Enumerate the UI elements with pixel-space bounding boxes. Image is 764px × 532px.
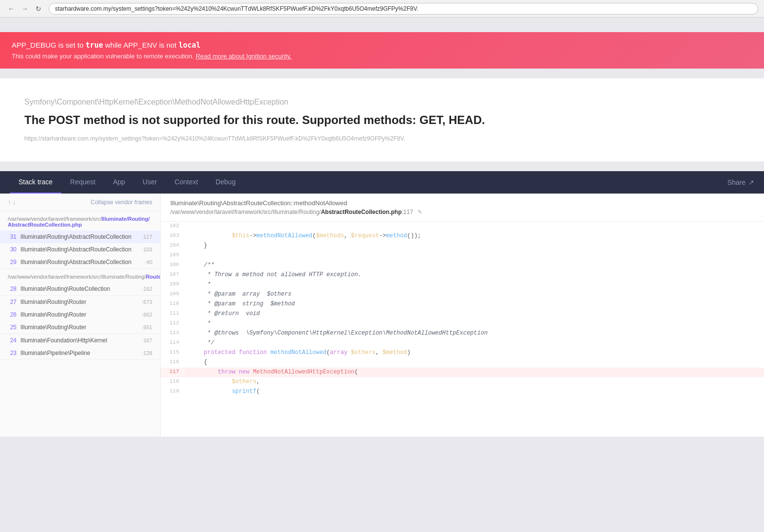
browser-bar: ← → ↻ starhardware.com.my/system_setting… (0, 0, 764, 18)
frame-line-29: :40 (145, 259, 152, 265)
line-content-117: throw new MethodNotAllowedHttpException( (185, 368, 764, 376)
warning-link[interactable]: Read more about Ignition security. (196, 53, 291, 60)
line-num-118: 118 (161, 377, 185, 385)
line-content-113: * @throws \Symfony\Component\HttpKernel\… (185, 329, 764, 337)
tab-user[interactable]: User (134, 171, 166, 194)
file-list-panel: ↑ ↓ Collapse vendor frames /var/www/vend… (0, 194, 161, 437)
code-line-114: 114 */ (161, 338, 764, 348)
address-bar[interactable]: starhardware.com.my/system_settings?toke… (49, 3, 758, 15)
back-button[interactable]: ← (6, 3, 17, 14)
frame-class-29: Illuminate\Routing\AbstractRouteCollecti… (20, 259, 141, 266)
tab-request[interactable]: Request (61, 171, 104, 194)
frame-item-31[interactable]: 31 Illuminate\Routing\AbstractRouteColle… (0, 231, 160, 243)
line-num-114: 114 (161, 338, 185, 346)
warning-banner: APP_DEBUG is set to true while APP_ENV i… (0, 32, 764, 69)
collapse-vendor-button[interactable]: Collapse vendor frames (91, 199, 152, 206)
line-num-109: 109 (161, 290, 185, 298)
edit-icon[interactable]: ✎ (418, 209, 422, 215)
frame-item-23[interactable]: 23 Illuminate\Pipeline\Pipeline :128 (0, 347, 160, 359)
frame-line-25: :651 (142, 324, 152, 330)
frame-item-27[interactable]: 27 Illuminate\Routing\Router :673 (0, 296, 160, 308)
code-line-112: 112 * (161, 319, 764, 329)
active-file-group: /var/www/vendor/laravel/framework/src/Il… (0, 211, 160, 269)
frame-item-30[interactable]: 30 Illuminate\Routing\AbstractRouteColle… (0, 243, 160, 256)
warning-title: APP_DEBUG is set to true while APP_ENV i… (12, 41, 752, 50)
frame-num-23: 23 (5, 350, 17, 356)
frame-num-26: 26 (5, 311, 17, 318)
line-num-107: 107 (161, 270, 185, 278)
line-content-119: sprintf( (185, 387, 764, 396)
url-text: starhardware.com.my/system_settings?toke… (55, 5, 418, 12)
share-label: Share (728, 178, 746, 186)
routecollection-file-group: /var/www/vendor/laravel/framework/src/Il… (0, 269, 160, 296)
routecollection-file-path: /var/www/vendor/laravel/framework/src/Il… (0, 269, 160, 283)
frame-class-27: Illuminate\Routing\Router (20, 299, 138, 305)
line-num-119: 119 (161, 387, 185, 395)
error-namespace: Symfony\Component\HttpKernel\Exception\M… (24, 98, 740, 106)
frame-class-26: Illuminate\Routing\Router (20, 311, 138, 318)
line-content-106: /** (185, 261, 764, 269)
frame-item-26[interactable]: 26 Illuminate\Routing\Router :662 (0, 308, 160, 321)
sort-arrows[interactable]: ↑ ↓ (8, 198, 16, 206)
line-content-103: $this->methodNotAllowed($methods, $reque… (185, 231, 764, 240)
code-line-110: 110 * @param string $method (161, 300, 764, 309)
frame-item-29[interactable]: 29 Illuminate\Routing\AbstractRouteColle… (0, 256, 160, 268)
frame-num-27: 27 (5, 299, 17, 305)
code-location: Illuminate\Routing\AbstractRouteCollecti… (161, 194, 764, 222)
line-num-106: 106 (161, 261, 185, 268)
line-num-113: 113 (161, 329, 185, 337)
frame-item-25[interactable]: 25 Illuminate\Routing\Router :651 (0, 321, 160, 334)
code-line-104: 104 } (161, 241, 764, 251)
tab-app[interactable]: App (104, 171, 134, 194)
line-num-102: 102 (161, 222, 185, 230)
tabs-bar: Stack trace Request App User Context Deb… (0, 171, 764, 194)
share-button[interactable]: Share ↗ (728, 178, 754, 186)
code-file-path: /var/www/vendor/laravel/framework/src/Il… (170, 209, 754, 215)
line-num-116: 116 (161, 358, 185, 366)
line-content-107: * Throw a method not allowed HTTP except… (185, 270, 764, 279)
code-line-117: 117 throw new MethodNotAllowedHttpExcept… (161, 368, 764, 377)
stack-body: ↑ ↓ Collapse vendor frames /var/www/vend… (0, 194, 764, 437)
line-num-112: 112 (161, 319, 185, 327)
line-num-110: 110 (161, 300, 185, 307)
line-content-116: { (185, 358, 764, 367)
frame-item-24[interactable]: 24 Illuminate\Foundation\Http\Kernel :16… (0, 334, 160, 347)
line-content-105 (185, 251, 764, 260)
stack-panel: Stack trace Request App User Context Deb… (0, 171, 764, 437)
frame-num-25: 25 (5, 324, 17, 331)
line-content-102 (185, 222, 764, 231)
error-card: Symfony\Component\HttpKernel\Exception\M… (0, 78, 764, 161)
warning-local-value: local (179, 41, 200, 50)
code-line-118: 118 $others, (161, 377, 764, 387)
frame-class-25: Illuminate\Routing\Router (20, 324, 138, 331)
frame-num-29: 29 (5, 259, 17, 266)
line-num-108: 108 (161, 280, 185, 288)
frame-num-30: 30 (5, 246, 17, 253)
code-line-107: 107 * Throw a method not allowed HTTP ex… (161, 270, 764, 280)
line-num-105: 105 (161, 251, 185, 259)
frame-class-28: Illuminate\Routing\RouteCollection (20, 285, 138, 292)
code-line-113: 113 * @throws \Symfony\Component\HttpKer… (161, 329, 764, 338)
code-line-108: 108 * (161, 280, 764, 290)
line-num-117: 117 (161, 368, 185, 375)
page-content: APP_DEBUG is set to true while APP_ENV i… (0, 18, 764, 451)
error-message: The POST method is not supported for thi… (24, 112, 740, 127)
frame-class-23: Illuminate\Pipeline\Pipeline (20, 350, 138, 356)
file-list-header: ↑ ↓ Collapse vendor frames (0, 194, 160, 211)
line-content-108: * (185, 280, 764, 289)
line-content-112: * (185, 319, 764, 328)
frame-num-28: 28 (5, 285, 17, 292)
warning-subtitle: This could make your application vulnera… (12, 53, 752, 60)
line-content-110: * @param string $method (185, 300, 764, 308)
tab-stack-trace[interactable]: Stack trace (10, 171, 61, 194)
code-method-name: Illuminate\Routing\AbstractRouteCollecti… (170, 199, 754, 207)
frame-line-26: :662 (142, 312, 152, 318)
frame-line-31: :117 (142, 234, 152, 240)
tab-context[interactable]: Context (166, 171, 207, 194)
tab-debug[interactable]: Debug (207, 171, 244, 194)
code-view: 102 103 $this->methodNotAllowed($methods… (161, 222, 764, 397)
error-url: https://starhardware.com.my/system_setti… (24, 135, 740, 142)
frame-item-28[interactable]: 28 Illuminate\Routing\RouteCollection :1… (0, 283, 160, 295)
reload-button[interactable]: ↻ (33, 3, 44, 14)
forward-button[interactable]: → (19, 3, 30, 14)
